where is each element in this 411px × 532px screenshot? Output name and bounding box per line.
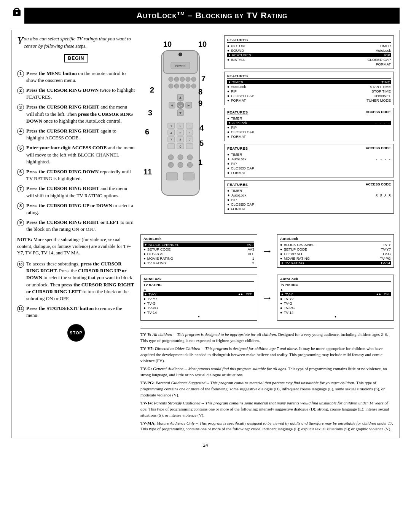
off-status-badge: OFF — [244, 292, 253, 296]
screen5-access-label: ACCESS CODE — [366, 182, 391, 189]
lock-icon — [11, 5, 22, 18]
step-3-text: Press the CURSOR RING RIGHT and the menu… — [26, 104, 135, 125]
svg-text:▼: ▼ — [178, 111, 182, 115]
step-9-text: Press the CURSOR RING RIGHT or LEFT to t… — [26, 219, 135, 233]
screen1-row5: FORMAT — [227, 62, 391, 66]
svg-text:8: 8 — [198, 88, 202, 96]
svg-text:4: 4 — [170, 131, 172, 135]
screen3-access-label: ACCESS CODE — [366, 110, 391, 116]
screen2-row3: ● PIP STOP TIME — [227, 89, 391, 93]
step-2: 2 Press the CURSOR RING DOWN twice to hi… — [17, 87, 135, 101]
content-body: Y ou also can select specific TV ratings… — [17, 35, 394, 434]
autolock-tvr-row1: ● BLOCK CHANNEL TV-Y — [280, 243, 391, 247]
tvrating-on-row-tvpg: ● TV-PG — [280, 306, 391, 310]
screen4-access-label: ACCESS CODE — [366, 146, 391, 152]
autolock-bc-row2: ● SETUP CODE AV3 — [143, 247, 254, 251]
tvrating-off-row-tvg: ● TV-G — [143, 301, 254, 305]
step-8-num: 8 — [17, 203, 24, 209]
svg-point-53 — [168, 162, 174, 168]
rating-tvma-desc: TV-MA: Mature Audience Only -- This prog… — [140, 420, 394, 433]
step-2-num: 2 — [17, 87, 24, 94]
screen-features-autolock: FEATURES ACCESS CODE ● TIMER ✦ AutoLock … — [224, 108, 394, 141]
ratings-descriptions: TV-Y: All children -- This program is de… — [140, 328, 394, 434]
autolock-tvr-row4: ● MOVIE RATING TV-PG — [280, 256, 391, 260]
tvrating-off-subtitle: TV RATING — [143, 283, 254, 287]
arrow-right-2: → — [260, 292, 274, 304]
svg-point-50 — [168, 155, 174, 160]
note-box: NOTE: More specific subratings (for viol… — [17, 236, 135, 257]
screen1-row1: ● PICTURE TIMER — [227, 44, 391, 48]
stop-button: STOP — [67, 324, 85, 342]
step-3: 3 Press the CURSOR RING RIGHT and the me… — [17, 104, 135, 125]
intro-content: ou also can select specific TV ratings t… — [24, 36, 131, 48]
screen5-title: FEATURES — [227, 182, 248, 187]
screen2-row2: ● AutoLock START TIME — [227, 85, 391, 89]
screen2-row5: ● FORMAT TUNER MODE — [227, 98, 391, 102]
svg-text:5: 5 — [199, 139, 204, 147]
autolock-bc-row5: ● TV RATING 2 — [143, 261, 254, 265]
svg-text:POWER: POWER — [175, 65, 185, 67]
svg-point-5 — [178, 53, 182, 56]
autolock-tvr-title: AutoLock — [280, 236, 391, 241]
step-10-text: To access these subratings, press the CU… — [26, 260, 135, 302]
svg-point-14 — [174, 84, 179, 88]
step-7-text: Press the CURSOR RING RIGHT and the menu… — [26, 185, 135, 199]
screen-autolock-block-channel: AutoLock ✦ BLOCK CHANNEL AV2 ● SETUP COD… — [140, 234, 257, 268]
screen-autolock-tv-rating: AutoLock ● BLOCK CHANNEL TV-Y ● SETUP CO… — [277, 234, 394, 268]
svg-point-2 — [16, 12, 18, 14]
autolock-bc-title: AutoLock — [143, 236, 254, 241]
svg-text:3: 3 — [188, 124, 190, 128]
step-5-num: 5 — [17, 145, 24, 152]
tvrating-on-row-tv14: ● TV-14 — [280, 310, 391, 315]
svg-text:2: 2 — [179, 124, 181, 128]
tvrating-off-row-tv14: ● TV-14 — [143, 310, 254, 315]
tvrating-on-title: AutoLock — [280, 277, 391, 282]
rating-tvg-desc: TV-G: General Audience -- Most parents w… — [140, 366, 394, 378]
svg-text:7: 7 — [170, 138, 172, 142]
autolock-bc-row3: ● CLEAR ALL ALL — [143, 252, 254, 256]
tvrating-on-row-tvy7: ● TV-Y7 — [280, 297, 391, 301]
step-4: 4 Press the CURSOR RING RIGHT again to h… — [17, 128, 135, 141]
screen-tvrating-off: AutoLock TV RATING ▲ ✦ TV-Y ◄► OFF — [140, 275, 257, 321]
step-7: 7 Press the CURSOR RING RIGHT and the me… — [17, 185, 135, 199]
svg-point-9 — [174, 77, 179, 81]
tvrating-on-row-tvg: ● TV-G — [280, 301, 391, 305]
svg-text:▲: ▲ — [178, 95, 182, 99]
screen4-row5: ● FORMAT — [227, 171, 391, 175]
svg-point-12 — [191, 77, 196, 81]
svg-text:9: 9 — [198, 99, 202, 107]
screen4-title: FEATURES — [227, 146, 248, 151]
page-wrapper: AUTOLOCKTM – BLOCKING BY TV RATING Y ou … — [0, 0, 411, 532]
svg-text:10: 10 — [198, 40, 207, 48]
rating-tvy7-desc: TV-Y7: Directed to Older Children -- Thi… — [140, 346, 394, 364]
step-10: 10 To access these subratings, press the… — [17, 260, 135, 302]
step-9-num: 9 — [17, 219, 24, 226]
right-column: POWER — [140, 35, 394, 434]
page-header: AUTOLOCKTM – BLOCKING BY TV RATING — [24, 8, 400, 24]
svg-text:1: 1 — [170, 124, 172, 128]
svg-text:►: ► — [187, 103, 191, 107]
tvrating-off-row-tvy: ✦ TV-Y ◄► OFF — [143, 292, 254, 296]
step-6: 6 Press the CURSOR RING DOWN repeatedly … — [17, 168, 135, 182]
screen-tvrating-on: AutoLock TV RATING ▲ ✦ TV-Y ◄► ON — [277, 275, 394, 321]
svg-rect-56 — [166, 173, 178, 180]
screen1-row2: ● SOUND AutoLock — [227, 48, 391, 53]
screen4-row4: ● CLOSED CAP — [227, 166, 391, 170]
step-3-num: 3 — [17, 104, 24, 111]
screen-features-code-entered: FEATURES ACCESS CODE ● TIMER ✦ AutoLock … — [224, 180, 394, 214]
page-number: 24 — [11, 442, 400, 448]
autolock-tvr-row3: ● CLEAR ALL TV-G — [280, 252, 391, 256]
svg-text:3: 3 — [148, 109, 152, 117]
svg-text:7: 7 — [201, 74, 206, 83]
intro-text: Y ou also can select specific TV ratings… — [17, 35, 135, 49]
autolock-tvr-row2: ● SETUP CODE TV-Y7 — [280, 247, 391, 251]
bottom-screens-row: AutoLock ✦ BLOCK CHANNEL AV2 ● SETUP COD… — [140, 234, 394, 268]
svg-rect-49 — [186, 144, 193, 149]
svg-point-51 — [178, 155, 183, 160]
screen1-row4: ● INSTALL CLOSED CAP — [227, 58, 391, 62]
svg-rect-57 — [183, 173, 194, 180]
tvrating-on-subtitle: TV RATING — [280, 283, 391, 287]
arrow-right-1: → — [260, 234, 274, 268]
screen4-row1: ● TIMER — [227, 152, 391, 157]
svg-text:OK: OK — [178, 104, 182, 107]
